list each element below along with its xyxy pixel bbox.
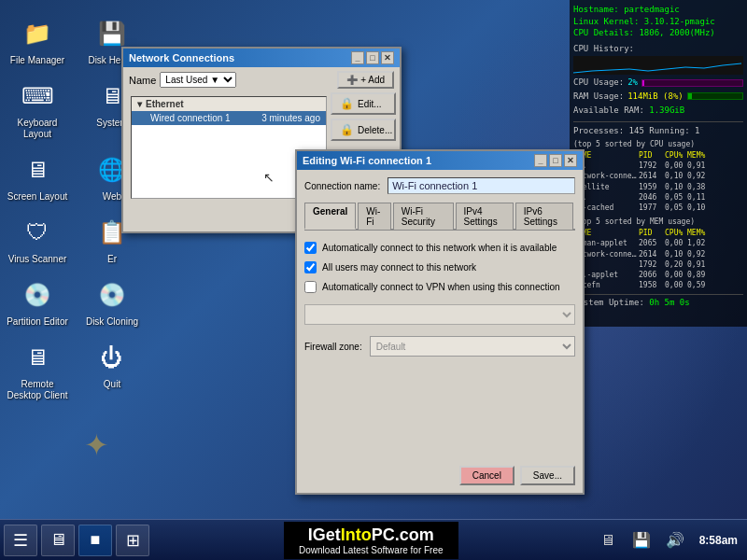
wifi-close-btn[interactable]: ✕ bbox=[564, 154, 577, 167]
edit-btn[interactable]: 🔒 Edit... bbox=[331, 92, 396, 115]
vpn-checkbox[interactable] bbox=[304, 281, 317, 293]
cpu-usage-label: CPU Usage: bbox=[573, 77, 624, 89]
taskbar-right: 🖥 💾 🔊 8:58am bbox=[593, 525, 743, 555]
taskbar-terminal-btn[interactable]: ■ bbox=[78, 525, 112, 556]
quit-label: Quit bbox=[104, 379, 120, 390]
cpu-bar bbox=[641, 79, 743, 87]
top5-mem-label: (top 5 sorted by MEM usage) bbox=[573, 217, 743, 227]
net-add-btn[interactable]: ➕ + Add bbox=[337, 71, 394, 89]
delete-btn[interactable]: 🔒 Delete... bbox=[331, 119, 396, 141]
desktop-icon-virus-scanner[interactable]: 🛡 Virus Scanner bbox=[0, 208, 75, 271]
tab-wifi[interactable]: Wi-Fi bbox=[358, 203, 391, 230]
ethernet-label: Ethernet bbox=[146, 99, 184, 109]
tab-general[interactable]: General bbox=[304, 203, 356, 230]
add-icon: ➕ bbox=[346, 75, 358, 85]
mem-row: jeman-applet20650,001,02 bbox=[573, 238, 743, 248]
screen-layout-icon: 🖥 bbox=[19, 151, 56, 189]
sysmon-cpu-usage-row: CPU Usage: 2% bbox=[573, 77, 743, 89]
disk-cloning-icon: 💿 bbox=[93, 276, 131, 314]
conn-name-row: Connection name: bbox=[304, 177, 575, 194]
net-filter-select[interactable]: Last Used ▼ bbox=[160, 72, 236, 88]
desktop-icon-screen-layout[interactable]: 🖥 Screen Layout bbox=[0, 146, 75, 208]
net-toolbar: Name Last Used ▼ ➕ + Add bbox=[123, 67, 400, 92]
web-label: Web bbox=[103, 191, 121, 203]
sysmon-processes: Processes: 145 Running: 1 (top 5 sorted … bbox=[573, 121, 743, 309]
auto-connect-checkbox[interactable] bbox=[304, 242, 317, 254]
desktop-icon-keyboard-layout[interactable]: ⌨ Keyboard Layout bbox=[0, 72, 75, 146]
net-connections-titlebar[interactable]: Network Connections _ □ ✕ bbox=[123, 49, 400, 67]
partition-editor-icon: 💿 bbox=[19, 276, 56, 314]
taskbar-files-btn[interactable]: 🖥 bbox=[41, 525, 75, 556]
desktop-icon-quit[interactable]: ⏻ Quit bbox=[75, 333, 149, 407]
ethernet-header: ▾ Ethernet bbox=[132, 97, 326, 111]
vpn-section: Automatically connect to VPN when using … bbox=[304, 281, 575, 325]
watermark-dot: .com bbox=[395, 525, 434, 544]
wifi-maximize-btn[interactable]: □ bbox=[549, 154, 562, 167]
vpn-dropdown[interactable] bbox=[304, 304, 575, 325]
sysmon-kernel: Linux Kernel: 3.10.12-pmagic bbox=[573, 16, 743, 28]
net-maximize-btn[interactable]: □ bbox=[366, 51, 379, 64]
net-minimize-btn[interactable]: _ bbox=[351, 51, 364, 64]
tray-disk-icon[interactable]: 💾 bbox=[627, 525, 656, 555]
mem-row: network-connection-e26140,100,92 bbox=[573, 249, 743, 259]
ram-bar-fill bbox=[688, 93, 693, 99]
net-filter-label: Name bbox=[129, 75, 156, 86]
mem-row: rg17920,200,91 bbox=[573, 259, 743, 270]
conn-name-label: Connection name: bbox=[304, 181, 380, 191]
system-monitor: Hostname: partedmagic Linux Kernel: 3.10… bbox=[570, 0, 747, 327]
wifi-window-controls[interactable]: _ □ ✕ bbox=[534, 154, 577, 167]
tray-audio-icon[interactable]: 🔊 bbox=[660, 525, 690, 555]
avail-ram-row: Available RAM: 1.39GiB bbox=[573, 105, 743, 117]
taskbar-watermark: IGetIntoPC.com Download Latest Software … bbox=[153, 522, 589, 559]
vpn-label: Automatically connect to VPN when using … bbox=[322, 282, 560, 292]
auto-connect-row: Automatically connect to this network wh… bbox=[304, 242, 575, 254]
all-users-row: All users may connect to this network bbox=[304, 261, 575, 273]
col-headers-mem: NAME PID CPU% MEM% bbox=[573, 228, 743, 238]
firewall-dropdown[interactable]: Default bbox=[370, 336, 575, 357]
watermark-sub: Download Latest Software for Free bbox=[299, 545, 444, 555]
tab-ipv4[interactable]: IPv4 Settings bbox=[456, 203, 514, 230]
col-cpu: CPU% bbox=[665, 150, 687, 161]
avail-ram-label: Available RAM: bbox=[573, 105, 644, 115]
all-users-checkbox[interactable] bbox=[304, 261, 317, 273]
auto-connect-label: Automatically connect to this network wh… bbox=[322, 243, 557, 253]
conn-name-input[interactable] bbox=[388, 177, 575, 194]
firewall-label: Firewall zone: bbox=[304, 342, 362, 352]
wifi-minimize-btn[interactable]: _ bbox=[534, 154, 547, 167]
tray-monitor-icon[interactable]: 🖥 bbox=[593, 525, 623, 555]
col-pid: PID bbox=[639, 150, 665, 161]
processes-label: Processes: 145 Running: 1 bbox=[573, 125, 743, 137]
save-button[interactable]: Save... bbox=[520, 466, 575, 485]
cpu-bar-fill bbox=[642, 80, 644, 86]
net-connections-title: Network Connections bbox=[129, 52, 234, 63]
desktop-icon-file-manager[interactable]: 📁 File Manager bbox=[0, 9, 75, 72]
watermark-bg: IGetIntoPC.com Download Latest Software … bbox=[284, 522, 458, 559]
desktop-icon-disk-cloning[interactable]: 💿 Disk Cloning bbox=[75, 271, 149, 333]
net-close-btn[interactable]: ✕ bbox=[381, 51, 394, 64]
deco-left: ✦ bbox=[84, 427, 109, 463]
tab-wifi-security[interactable]: Wi-Fi Security bbox=[393, 203, 454, 230]
wired-connection-item[interactable]: Wired connection 1 3 minutes ago bbox=[132, 111, 326, 125]
desktop-icon-remote-desktop[interactable]: 🖥 Remote Desktop Client bbox=[0, 333, 75, 407]
keyboard-layout-icon: ⌨ bbox=[19, 77, 56, 115]
partition-editor-label: Partition Editor bbox=[7, 316, 68, 328]
tab-ipv6[interactable]: IPv6 Settings bbox=[515, 203, 573, 230]
mem-row: ...-applet20660,000,89 bbox=[573, 270, 743, 280]
er-label: Er bbox=[107, 254, 117, 265]
cancel-button[interactable]: Cancel bbox=[459, 466, 514, 485]
vpn-row: Automatically connect to VPN when using … bbox=[304, 281, 575, 293]
sysmon-ram-row: RAM Usage: 114MiB (8%) bbox=[573, 91, 743, 103]
wifi-titlebar[interactable]: Editing Wi-Fi connection 1 _ □ ✕ bbox=[297, 151, 583, 170]
desktop-icon-partition-editor[interactable]: 💿 Partition Editor bbox=[0, 271, 75, 333]
taskbar-start-btn[interactable]: ☰ bbox=[4, 525, 37, 556]
net-window-controls[interactable]: _ □ ✕ bbox=[351, 51, 394, 64]
taskbar-network-btn[interactable]: ⊞ bbox=[116, 525, 149, 556]
wired-time: 3 minutes ago bbox=[261, 113, 320, 123]
ram-bar bbox=[687, 92, 743, 100]
sysmon-cpu-details: CPU Details: 1806, 2000(MHz) bbox=[573, 27, 743, 39]
cpu-row: rcellite19590,100,38 bbox=[573, 182, 743, 192]
col-headers: NAME PID CPU% MEM% bbox=[573, 150, 743, 161]
tab-content-general: Automatically connect to this network wh… bbox=[304, 238, 575, 360]
disk-cloning-label: Disk Cloning bbox=[86, 316, 138, 328]
quit-icon: ⏻ bbox=[93, 339, 131, 376]
